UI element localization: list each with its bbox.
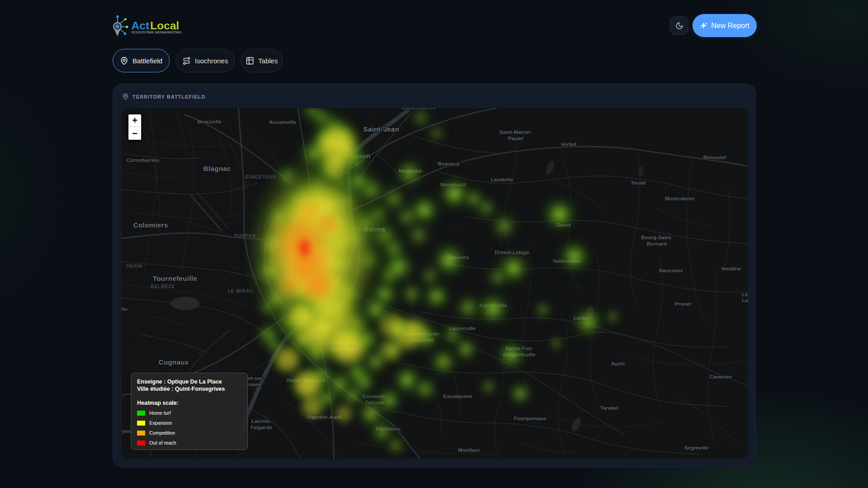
- svg-text:ActLocal: ActLocal: [132, 19, 179, 32]
- svg-text:ÉCOSYSTÈME GÉOMARKETING: ÉCOSYSTÈME GÉOMARKETING: [132, 30, 181, 34]
